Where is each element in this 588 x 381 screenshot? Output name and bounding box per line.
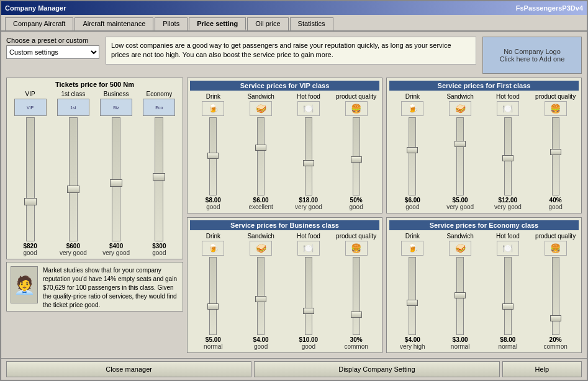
service-panels: Service prices for VIP class Drink 🍺 $8.… bbox=[187, 78, 582, 353]
eco-drink-quality: very high bbox=[400, 343, 425, 350]
tab-bar: Company Aircraft Aircraft maintenance Pi… bbox=[1, 15, 587, 32]
biz-drink-quality: normal bbox=[204, 343, 223, 350]
biz-drink-thumb[interactable] bbox=[207, 303, 219, 310]
business-slider-track[interactable] bbox=[112, 117, 120, 241]
eco-sandwich-track[interactable] bbox=[456, 257, 464, 335]
tab-statistics[interactable]: Statistics bbox=[290, 17, 333, 30]
close-manager-button[interactable]: Close manager bbox=[6, 361, 251, 377]
first-drink-track[interactable] bbox=[409, 117, 416, 195]
main-window: Company Manager FsPassengersP3Dv4 Compan… bbox=[0, 0, 588, 381]
vip-drink-label: Drink bbox=[206, 93, 220, 100]
biz-sandwich-label: Sandwich bbox=[247, 233, 274, 240]
display-company-setting-button[interactable]: Display Company Setting bbox=[254, 361, 499, 377]
economy-slider-thumb[interactable] bbox=[153, 173, 165, 181]
1st-slider-thumb[interactable] bbox=[67, 186, 79, 193]
eco-quality-thumb[interactable] bbox=[550, 315, 561, 321]
biz-hotfood-track[interactable] bbox=[305, 257, 312, 335]
first-quality-img: 🍔 bbox=[545, 101, 567, 116]
first-drink-img: 🍺 bbox=[401, 101, 423, 116]
vip-hotfood-track[interactable] bbox=[305, 117, 312, 195]
business-slider-thumb[interactable] bbox=[110, 179, 122, 187]
biz-quality-quality: common bbox=[344, 343, 368, 350]
service-panel-economy: Service prices for Economy class Drink 🍺… bbox=[386, 217, 582, 353]
eco-quality-track[interactable] bbox=[552, 257, 559, 335]
ticket-slider-economy: Economy Eco $300 good bbox=[138, 91, 180, 256]
eco-hotfood-thumb[interactable] bbox=[502, 303, 513, 310]
eco-drink-thumb[interactable] bbox=[407, 300, 418, 306]
logo-line2: Click here to Add one bbox=[500, 55, 565, 63]
first-hotfood-thumb[interactable] bbox=[502, 155, 513, 161]
first-sandwich-img: 🥪 bbox=[449, 101, 471, 116]
eco-drink-img: 🍺 bbox=[401, 241, 423, 256]
biz-quality-col: product quality 🍔 30% common bbox=[333, 233, 379, 350]
economy-service-sliders: Drink 🍺 $4.00 very high Sandwich 🥪 bbox=[389, 233, 579, 350]
tab-company-aircraft[interactable]: Company Aircraft bbox=[5, 17, 73, 30]
tab-price-setting[interactable]: Price setting bbox=[189, 17, 246, 30]
business-ticket-img: Biz bbox=[100, 99, 132, 116]
ticket-slider-business: Business Biz $400 very good bbox=[96, 91, 137, 256]
first-quality-thumb[interactable] bbox=[550, 149, 561, 155]
vip-drink-thumb[interactable] bbox=[207, 153, 219, 159]
service-panel-business: Service prices for Business class Drink … bbox=[187, 217, 382, 353]
vip-drink-track[interactable] bbox=[209, 117, 217, 195]
first-hotfood-value: $12.00 bbox=[499, 197, 518, 204]
biz-quality-value: 30% bbox=[350, 336, 363, 343]
1st-slider-track[interactable] bbox=[69, 117, 78, 241]
first-drink-col: Drink 🍺 $6.00 good bbox=[389, 93, 436, 210]
eco-drink-track[interactable] bbox=[409, 257, 416, 335]
vip-sandwich-thumb[interactable] bbox=[255, 145, 266, 151]
eco-hotfood-value: $8.00 bbox=[500, 336, 515, 343]
biz-drink-value: $5.00 bbox=[206, 336, 221, 343]
first-sandwich-track[interactable] bbox=[456, 117, 464, 195]
info-box: Low cost companies are a good way to get… bbox=[106, 37, 476, 65]
first-quality-col: product quality 🍔 40% good bbox=[532, 93, 579, 210]
vip-quality-thumb[interactable] bbox=[351, 156, 362, 163]
biz-sandwich-thumb[interactable] bbox=[255, 296, 266, 302]
vip-service-sliders: Drink 🍺 $8.00 good Sandwich 🥪 bbox=[190, 93, 379, 210]
vip-sandwich-label: Sandwich bbox=[247, 93, 274, 100]
vip-sandwich-track[interactable] bbox=[257, 117, 265, 195]
eco-hotfood-track[interactable] bbox=[504, 257, 512, 335]
preset-label: Choose a preset or custom bbox=[6, 37, 99, 44]
vip-drink-value: $8.00 bbox=[206, 197, 221, 204]
preset-select[interactable]: Custom settings bbox=[6, 45, 99, 59]
biz-quality-img: 🍔 bbox=[345, 241, 368, 256]
help-button[interactable]: Help bbox=[502, 361, 582, 377]
first-drink-thumb[interactable] bbox=[407, 147, 418, 153]
biz-sandwich-track[interactable] bbox=[257, 257, 265, 335]
tab-aircraft-maintenance[interactable]: Aircraft maintenance bbox=[75, 17, 153, 30]
first-quality-track[interactable] bbox=[552, 117, 559, 195]
vip-slider-thumb[interactable] bbox=[24, 198, 37, 205]
biz-hotfood-col: Hot food 🍽️ $10.00 good bbox=[286, 233, 332, 350]
vip-hotfood-thumb[interactable] bbox=[303, 160, 314, 166]
window-title: Company Manager bbox=[5, 4, 66, 12]
eco-sandwich-thumb[interactable] bbox=[455, 292, 466, 298]
biz-quality-thumb[interactable] bbox=[351, 312, 362, 318]
biz-drink-track[interactable] bbox=[209, 257, 217, 335]
market-text: Market studies show that for your compan… bbox=[43, 266, 179, 310]
business-service-sliders: Drink 🍺 $5.00 normal Sandwich 🥪 bbox=[190, 233, 379, 350]
tickets-panel: Tickets price for 500 Nm VIP VIP $820 go… bbox=[6, 78, 183, 259]
service-panel-economy-title: Service prices for Economy class bbox=[389, 220, 579, 230]
vip-quality-track[interactable] bbox=[353, 117, 360, 195]
first-hotfood-track[interactable] bbox=[504, 117, 512, 195]
biz-hotfood-quality: good bbox=[302, 343, 315, 350]
vip-quality-col: product quality 🍔 50% good bbox=[333, 93, 379, 210]
eco-hotfood-label: Hot food bbox=[496, 233, 520, 240]
biz-sandwich-img: 🥪 bbox=[250, 241, 272, 256]
tab-oil-price[interactable]: Oil price bbox=[247, 17, 288, 30]
tab-pilots[interactable]: Pilots bbox=[155, 17, 188, 30]
logo-box[interactable]: No Company Logo Click here to Add one bbox=[482, 37, 582, 74]
vip-drink-img: 🍺 bbox=[202, 101, 224, 116]
preset-row: Choose a preset or custom Custom setting… bbox=[6, 37, 582, 74]
economy-slider-track[interactable] bbox=[155, 117, 163, 241]
1st-ticket-img: 1st bbox=[57, 99, 89, 116]
biz-hotfood-thumb[interactable] bbox=[303, 308, 314, 314]
vip-quality: good bbox=[24, 249, 37, 256]
vip-slider-track[interactable] bbox=[26, 117, 35, 241]
biz-quality-track[interactable] bbox=[353, 257, 360, 335]
vip-sandwich-img: 🥪 bbox=[250, 101, 272, 116]
first-quality-value: 40% bbox=[550, 197, 562, 204]
first-sandwich-thumb[interactable] bbox=[455, 141, 466, 147]
vip-sandwich-col: Sandwich 🥪 $6.00 excellent bbox=[238, 93, 284, 210]
